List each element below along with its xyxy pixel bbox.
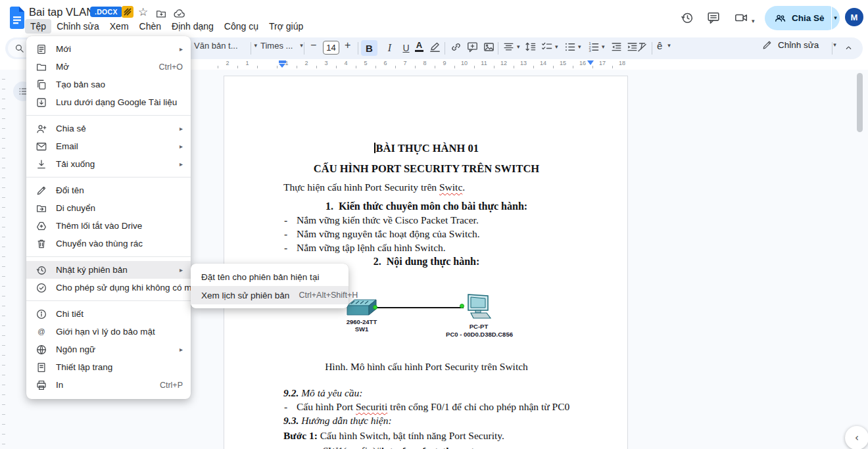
italic-button[interactable]: I: [381, 40, 398, 56]
insert-link-button[interactable]: [450, 41, 462, 53]
figure-caption[interactable]: Hình. Mô hình cấu hình Port Security trê…: [224, 361, 629, 373]
print-icon: [36, 379, 47, 391]
menu-item-rename[interactable]: Đổi tên: [26, 181, 191, 199]
bullet-list-icon: [564, 41, 576, 53]
doc-bullet-1[interactable]: -Nắm vững kiến thức về Cisco Packet Trac…: [284, 214, 479, 226]
copy-icon: [36, 79, 47, 91]
submenu-item-name-version[interactable]: Đặt tên cho phiên bản hiện tại: [191, 268, 349, 286]
share-button[interactable]: Chia Sẻ: [765, 6, 831, 30]
link-icon: [450, 41, 462, 53]
menu-tools[interactable]: Công cụ: [219, 19, 264, 34]
doc-bullet-2[interactable]: -Nắm vững nguyên tắc hoạt động của Switc…: [284, 228, 480, 240]
open-comments-button[interactable]: [706, 11, 721, 25]
style-dropdown[interactable]: Văn bản t...▾: [194, 41, 257, 51]
add-comment-button[interactable]: [466, 41, 479, 53]
hide-side-panel-button[interactable]: ‹: [845, 426, 868, 449]
line-spacing-icon: [524, 41, 537, 53]
bold-button[interactable]: B: [361, 40, 377, 56]
version-history-button[interactable]: [680, 11, 694, 25]
menu-item-trash[interactable]: Chuyển vào thùng rác: [26, 235, 191, 252]
doc-heading-1[interactable]: BÀI THỰC HÀNH 01: [224, 142, 629, 155]
menu-insert[interactable]: Chèn: [134, 19, 166, 34]
document-page[interactable]: BÀI THỰC HÀNH 01 CẤU HÌNH PORT SECURITY …: [224, 76, 628, 449]
menu-item-print[interactable]: InCtrl+P: [26, 376, 191, 394]
version-history-submenu: Đặt tên cho phiên bản hiện tại Xem lịch …: [191, 264, 349, 308]
menu-item-security-limit[interactable]: @ Giới hạn vì lý do bảo mật: [26, 323, 191, 341]
menu-item-share[interactable]: Chia sẻ▸: [26, 120, 191, 137]
menu-help[interactable]: Trợ giúp: [264, 19, 308, 34]
highlighter-icon: [429, 41, 441, 53]
decrease-font-button[interactable]: −: [310, 39, 316, 51]
pc-model-label: PC-PT: [470, 323, 489, 330]
comment-add-icon: [466, 41, 479, 53]
align-button[interactable]: ▾: [502, 41, 520, 53]
menu-item-save-as-gdoc[interactable]: Lưu dưới dạng Google Tài liệu: [26, 93, 191, 111]
offline-check-icon: [36, 282, 47, 294]
line-spacing-button[interactable]: [524, 41, 537, 53]
menu-edit[interactable]: Chỉnh sửa: [51, 19, 105, 34]
highlight-button[interactable]: [429, 41, 441, 53]
increase-font-button[interactable]: +: [345, 39, 350, 51]
doc-code-line[interactable]: SW1(config)#interface fastethernet: [323, 445, 474, 449]
call-options-caret-icon[interactable]: ▾: [752, 14, 755, 25]
doc-intro-paragraph[interactable]: Thực hiện cấu hình Port Security trên Sw…: [283, 181, 465, 193]
doc-step-1[interactable]: Bước 1: Cấu hình Switch, bật tính năng P…: [283, 430, 504, 442]
numbered-list-button[interactable]: 123 ▾: [587, 41, 605, 53]
menu-item-download[interactable]: Tải xuống▸: [26, 155, 191, 173]
checklist-button[interactable]: ▾: [541, 41, 558, 53]
insert-image-button[interactable]: [483, 41, 495, 53]
doc-bullet-3[interactable]: -Nắm vững tập lệnh cấu hình Switch.: [284, 242, 446, 254]
bullet-list-button[interactable]: ▾: [564, 41, 581, 53]
switch-icon: [346, 298, 377, 321]
pc-name-label: PC0 - 00D0.D38D.C856: [446, 331, 513, 338]
menu-divider: [26, 256, 191, 257]
menu-item-offline[interactable]: Cho phép sử dụng khi không có mạng: [26, 279, 191, 296]
share-button-label: Chia Sẻ: [792, 13, 825, 23]
font-size-input[interactable]: 14: [323, 41, 339, 55]
editing-mode-button[interactable]: Chỉnh sửa ▾: [761, 39, 836, 51]
pencil-icon: [761, 39, 773, 51]
doc-requirement-bullet[interactable]: -Cấu hình Port Securiti trên cổng F0/1 đ…: [284, 401, 569, 413]
share-person-add-icon: [36, 123, 47, 135]
menu-item-details[interactable]: Chi tiết: [26, 305, 191, 323]
pc-icon: [466, 293, 492, 324]
clear-formatting-button[interactable]: [636, 41, 648, 53]
svg-text:3: 3: [589, 49, 591, 53]
menu-item-make-copy[interactable]: Tạo bản sao: [26, 76, 191, 93]
doc-section-93-heading[interactable]: 9.3. Hướng dẫn thực hiện:: [283, 415, 392, 427]
right-indent-marker[interactable]: [587, 60, 594, 65]
first-line-indent-marker[interactable]: [279, 60, 286, 63]
menu-format[interactable]: Định dạng: [166, 19, 219, 34]
left-indent-marker[interactable]: [279, 64, 285, 68]
indent-decrease-icon: [610, 41, 623, 53]
account-avatar[interactable]: M: [845, 8, 863, 26]
star-button[interactable]: ☆: [138, 7, 148, 18]
menu-item-email[interactable]: Email▸: [26, 137, 191, 155]
menu-file[interactable]: Tệp: [25, 19, 51, 34]
menu-item-language[interactable]: Ngôn ngữ▸: [26, 341, 191, 358]
font-dropdown[interactable]: Times ...▾: [260, 41, 303, 51]
menu-view[interactable]: Xem: [105, 19, 134, 34]
input-tools-button[interactable]: ê▾: [657, 40, 671, 51]
menu-item-move[interactable]: Di chuyển: [26, 199, 191, 217]
join-call-button[interactable]: [734, 11, 748, 25]
text-color-button[interactable]: A: [415, 41, 423, 52]
doc-heading-2[interactable]: CẤU HÌNH PORT SECURITY TRÊN SWITCH: [224, 162, 629, 176]
menu-item-new[interactable]: Mới▸: [26, 40, 191, 58]
underline-button[interactable]: U: [398, 40, 414, 56]
menu-item-open[interactable]: MởCtrl+O: [26, 58, 191, 76]
menu-item-version-history[interactable]: Nhật ký phiên bản▸: [26, 261, 191, 279]
page-setup-icon: [36, 362, 47, 373]
menu-item-page-setup[interactable]: Thiết lập trang: [26, 358, 191, 376]
document-title[interactable]: Bai tap VLAN: [29, 6, 94, 18]
menu-item-drive-shortcut[interactable]: Thêm lối tắt vào Drive: [26, 217, 191, 235]
decrease-indent-button[interactable]: [610, 41, 623, 53]
doc-section-92-heading[interactable]: 9.2. Mô tả yêu cầu:: [283, 387, 363, 399]
docs-logo-icon[interactable]: [9, 7, 26, 31]
doc-section-1-heading[interactable]: 1. Kiến thức chuyên môn cho bài thực hàn…: [224, 201, 629, 212]
move-button[interactable]: [155, 8, 167, 20]
submenu-item-see-version-history[interactable]: Xem lịch sử phiên bản Ctrl+Alt+Shift+H: [191, 286, 349, 304]
share-dropdown-button[interactable]: ▾: [831, 6, 840, 30]
vertical-scrollbar-thumb[interactable]: [857, 73, 863, 132]
collapse-toolbar-button[interactable]: [843, 42, 854, 53]
